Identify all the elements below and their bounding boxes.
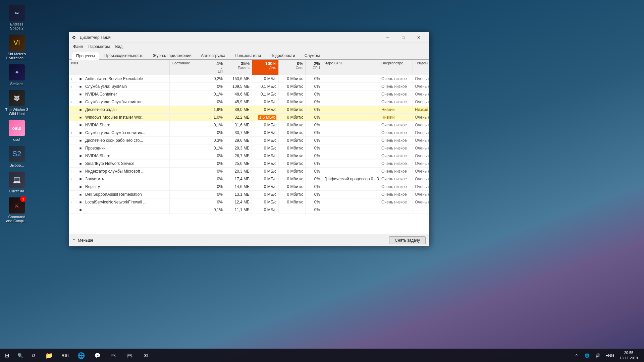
process-network: 0 Мбит/с [279,152,306,160]
tab-details[interactable]: Подробности [266,52,300,59]
process-icon: ■ [78,169,83,174]
process-memory: 32,2 МБ [225,114,252,121]
tray-datetime[interactable]: 20:55 13.11.2019 [617,350,641,361]
desktop-icon-sistema[interactable]: 💻 Система [3,170,30,194]
tray-network-icon[interactable]: 🌐 [583,351,592,360]
desktop-icon-endless[interactable]: S2 Endless Space 2 [3,3,30,32]
col-header-memory[interactable]: 35% Память [225,60,252,75]
table-row[interactable]: ■ ... 0,1% 11,1 МБ 0 МБ/с 0% [69,206,429,214]
tab-processes[interactable]: Процессы [72,52,99,60]
expand-arrow-icon[interactable]: › [71,177,76,181]
tab-services[interactable]: Службы [300,52,324,59]
table-row[interactable]: › ■ Индексатор службы Microsoft ... 0% 2… [69,168,429,175]
table-row[interactable]: › ■ Служба узла: SysMain 0% 109,5 МБ 0,1… [69,83,429,90]
col-header-name[interactable]: Имя [69,60,170,75]
cpu-label: ЦП [218,70,223,73]
tab-performance[interactable]: Производительность [100,52,148,59]
expand-arrow-icon[interactable]: › [71,77,76,81]
taskbar-app-steam[interactable]: 🎮 [122,350,137,362]
table-row[interactable]: ■ SmartByte Network Service 0% 25,6 МБ 0… [69,160,429,168]
col-header-gpu[interactable]: 2% GPU [306,60,322,75]
desktop-icon-wybor[interactable]: S2 Выбор... [3,144,30,169]
tray-volume-icon[interactable]: 🔊 [593,351,603,360]
minimize-button[interactable]: ─ [380,32,395,43]
col-header-energytrend[interactable]: Тенденция эн... [413,60,429,75]
process-energy: Низкий [379,106,413,113]
col-header-energy[interactable]: Энергопотре... [379,60,413,75]
close-button[interactable]: ✕ [411,32,426,43]
menu-file[interactable]: Файл [70,44,86,50]
process-name: › ■ Служба узла: SysMain [69,83,170,90]
table-row[interactable]: › ■ Служба узла: Служба политик... 0% 30… [69,129,429,137]
taskbar-app-mail[interactable]: ✉ [138,350,153,362]
table-row[interactable]: › ■ Запустить 0% 17,4 МБ 0 МБ/с 0 Мбит/с… [69,175,429,183]
tab-autostart[interactable]: Автозагрузка [197,52,230,59]
table-row[interactable]: › ■ Antimalware Service Executable 0,2% … [69,75,429,83]
process-memory: 12,4 МБ [225,198,252,206]
table-row[interactable]: ■ Диспетчер задач 1,9% 39,0 МБ 0 МБ/с 0 … [69,106,429,114]
tray-chevron[interactable]: ^ [572,351,581,360]
table-row[interactable]: ■ Проводник 0,1% 29,3 МБ 0 МБ/с 0 Мбит/с… [69,144,429,152]
taskbar-app-explorer[interactable]: 📁 [42,350,56,362]
col-header-disk[interactable]: 100% Диск [252,60,279,75]
expand-arrow-icon[interactable]: › [71,100,76,104]
col-header-network[interactable]: 0% Сеть [279,60,306,75]
process-energy: Очень низкое [379,198,413,206]
process-energy-trend: Низкий [413,106,429,113]
tab-users[interactable]: Пользователи [230,52,265,59]
process-gpu-engine [322,168,379,175]
col-header-gpuengine[interactable]: Ядро GPU [322,60,379,75]
tab-applog[interactable]: Журнал приложений [149,52,196,59]
tray-language[interactable]: ENG [604,353,615,358]
process-name: ■ NVIDIA Share [69,121,170,129]
table-row[interactable]: › ■ LocalServiceNoNetworkFirewall ... 0%… [69,198,429,206]
expand-arrow-icon[interactable]: › [71,170,76,173]
table-row[interactable]: ■ NVIDIA Share 0,1% 31,6 МБ 0 МБ/с 0 Мби… [69,121,429,129]
process-energy: Очень низкое [379,183,413,190]
table-row[interactable]: ■ Windows Modules Installer Wor... 1,0% … [69,114,429,121]
expand-arrow-icon[interactable]: › [71,131,76,135]
taskbar-app-photoshop[interactable]: Ps [106,350,121,362]
table-row[interactable]: ■ Dell SupportAssist Remediation 0% 13,1… [69,191,429,198]
desktop-icon-civ[interactable]: VI Sid Meier's Civilization ... [3,33,30,61]
table-row[interactable]: ■ NVIDIA Container 0,1% 48,6 МБ 0,1 МБ/с… [69,90,429,98]
table-row[interactable]: ■ Диспетчер окон рабочего сто... 0,3% 29… [69,137,429,144]
search-button[interactable]: 🔍 [13,349,27,362]
process-name: ■ NVIDIA Share [69,152,170,160]
process-memory: 45,9 МБ [225,98,252,106]
process-cpu: 0,1% [203,206,225,214]
expand-arrow-icon[interactable]: › [71,85,76,88]
menu-params[interactable]: Параметры [86,44,113,50]
disk-label: Диск [269,66,276,70]
desktop: S2 Endless Space 2 VI Sid Meier's Civili… [0,0,644,362]
net-label: Сеть [296,66,303,70]
expand-arrow-icon[interactable]: › [71,200,76,204]
taskbar-app-rsitool[interactable]: RSI [58,350,72,362]
less-button[interactable]: ⌃ Меньше [72,238,93,243]
osu-icon: osu! [9,120,25,136]
table-row[interactable]: › ■ Служба узла: Службы криптог... 0% 45… [69,98,429,106]
table-row[interactable]: ■ NVIDIA Share 0% 26,7 МБ 0 МБ/с 0 Мбит/… [69,152,429,160]
task-view-button[interactable]: ⧉ [27,349,40,362]
table-row[interactable]: ■ Registry 0% 14,6 МБ 0 МБ/с 0 Мбит/с 0%… [69,183,429,191]
desktop-icon-command[interactable]: ⚔ 3 Command and Conqu... [3,196,30,224]
desktop-icon-witcher[interactable]: 🐺 The Witcher 3 Wild Hunt [3,89,30,117]
process-icon: ■ [78,130,83,135]
desktop-icon-stellaris[interactable]: ✦ Stellaris [3,63,30,87]
disk-value: 0 МБ/с [264,138,276,143]
process-gpu-engine [322,114,379,121]
taskbar-app-discord[interactable]: 💬 [90,350,105,362]
end-task-button[interactable]: Снять задачу [389,236,426,244]
process-name-text: Служба узла: Служба политик... [85,130,145,135]
process-energy-trend: Очень низкое [413,83,429,90]
col-header-state[interactable]: Состояние [170,60,203,75]
maximize-button[interactable]: □ [395,32,411,43]
start-button[interactable]: ⊞ [0,349,13,362]
col-header-cpu[interactable]: 4% ∨ ЦП [203,60,225,75]
process-gpu: 0% [306,144,322,152]
taskbar-app-chrome[interactable]: 🌐 [74,350,89,362]
disk-value: 0 МБ/с [264,169,276,174]
desktop-icon-osu[interactable]: osu! osu! [3,119,30,143]
menu-view[interactable]: Вид [112,44,125,50]
process-cpu: 0% [203,198,225,206]
